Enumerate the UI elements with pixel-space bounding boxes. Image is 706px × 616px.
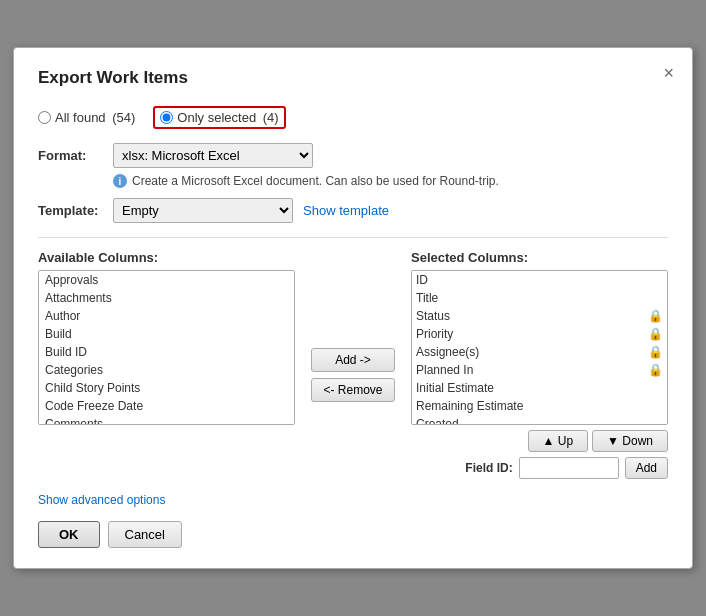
- selected-col-name: Planned In: [416, 363, 473, 377]
- close-button[interactable]: ×: [663, 64, 674, 82]
- info-text: Create a Microsoft Excel document. Can a…: [132, 174, 499, 188]
- list-item[interactable]: ID: [412, 271, 667, 289]
- list-item[interactable]: Title: [412, 289, 667, 307]
- info-icon: i: [113, 174, 127, 188]
- show-template-link[interactable]: Show template: [303, 203, 389, 218]
- down-button[interactable]: ▼ Down: [592, 430, 668, 452]
- format-row: Format: xlsx: Microsoft Excel: [38, 143, 668, 168]
- selected-col-name: Created: [416, 417, 459, 425]
- dialog-title: Export Work Items: [38, 68, 668, 88]
- template-row: Template: Empty Show template: [38, 198, 668, 223]
- selected-columns-list[interactable]: IDTitleStatus🔒Priority🔒Assignee(s)🔒Plann…: [411, 270, 668, 425]
- template-select[interactable]: Empty: [113, 198, 293, 223]
- list-item[interactable]: Build: [39, 325, 294, 343]
- list-item[interactable]: Remaining Estimate: [412, 397, 667, 415]
- section-divider: [38, 237, 668, 238]
- bottom-buttons: OK Cancel: [38, 521, 668, 548]
- only-selected-radio-item[interactable]: Only selected (4): [153, 106, 285, 129]
- format-label: Format:: [38, 148, 113, 163]
- selected-col-name: Initial Estimate: [416, 381, 494, 395]
- columns-section: Available Columns: ApprovalsAttachmentsA…: [38, 250, 668, 479]
- cancel-button[interactable]: Cancel: [108, 521, 182, 548]
- all-found-label[interactable]: All found (54): [55, 110, 135, 125]
- list-item[interactable]: Approvals: [39, 271, 294, 289]
- available-columns-panel: Available Columns: ApprovalsAttachmentsA…: [38, 250, 295, 479]
- lock-icon: 🔒: [648, 345, 663, 359]
- list-item[interactable]: Attachments: [39, 289, 294, 307]
- col-actions: Add -> <- Remove: [305, 270, 401, 479]
- list-item[interactable]: Categories: [39, 361, 294, 379]
- selected-col-name: Status: [416, 309, 450, 323]
- fieldid-input[interactable]: [519, 457, 619, 479]
- available-columns-header: Available Columns:: [38, 250, 295, 265]
- list-item[interactable]: Child Story Points: [39, 379, 294, 397]
- all-found-radio-item[interactable]: All found (54): [38, 110, 135, 125]
- lock-icon: 🔒: [648, 309, 663, 323]
- list-item[interactable]: Initial Estimate: [412, 379, 667, 397]
- remove-button[interactable]: <- Remove: [311, 378, 395, 402]
- fieldid-row: Field ID: Add: [411, 457, 668, 479]
- list-item[interactable]: Code Freeze Date: [39, 397, 294, 415]
- add-button[interactable]: Add ->: [311, 348, 395, 372]
- selected-columns-header: Selected Columns:: [411, 250, 668, 265]
- export-dialog: Export Work Items × All found (54) Only …: [13, 47, 693, 569]
- format-select[interactable]: xlsx: Microsoft Excel: [113, 143, 313, 168]
- list-item[interactable]: Status🔒: [412, 307, 667, 325]
- list-item[interactable]: Build ID: [39, 343, 294, 361]
- lock-icon: 🔒: [648, 363, 663, 377]
- radio-group: All found (54) Only selected (4): [38, 106, 668, 129]
- only-selected-label[interactable]: Only selected (4): [177, 110, 278, 125]
- list-item[interactable]: Author: [39, 307, 294, 325]
- selected-col-name: Priority: [416, 327, 453, 341]
- selected-col-name: ID: [416, 273, 428, 287]
- selected-col-name: Assignee(s): [416, 345, 479, 359]
- selected-col-name: Title: [416, 291, 438, 305]
- list-item[interactable]: Comments: [39, 415, 294, 425]
- selected-columns-panel: Selected Columns: IDTitleStatus🔒Priority…: [411, 250, 668, 479]
- up-button[interactable]: ▲ Up: [528, 430, 589, 452]
- add-field-button[interactable]: Add: [625, 457, 668, 479]
- list-item[interactable]: Priority🔒: [412, 325, 667, 343]
- show-advanced-link[interactable]: Show advanced options: [38, 493, 165, 507]
- info-row: i Create a Microsoft Excel document. Can…: [113, 174, 668, 188]
- list-item[interactable]: Created: [412, 415, 667, 425]
- ok-button[interactable]: OK: [38, 521, 100, 548]
- up-down-row: ▲ Up ▼ Down: [411, 430, 668, 452]
- available-columns-list[interactable]: ApprovalsAttachmentsAuthorBuildBuild IDC…: [38, 270, 295, 425]
- template-label: Template:: [38, 203, 113, 218]
- fieldid-label: Field ID:: [465, 461, 512, 475]
- list-item[interactable]: Assignee(s)🔒: [412, 343, 667, 361]
- list-item[interactable]: Planned In🔒: [412, 361, 667, 379]
- selected-col-name: Remaining Estimate: [416, 399, 523, 413]
- only-selected-radio[interactable]: [160, 111, 173, 124]
- lock-icon: 🔒: [648, 327, 663, 341]
- all-found-radio[interactable]: [38, 111, 51, 124]
